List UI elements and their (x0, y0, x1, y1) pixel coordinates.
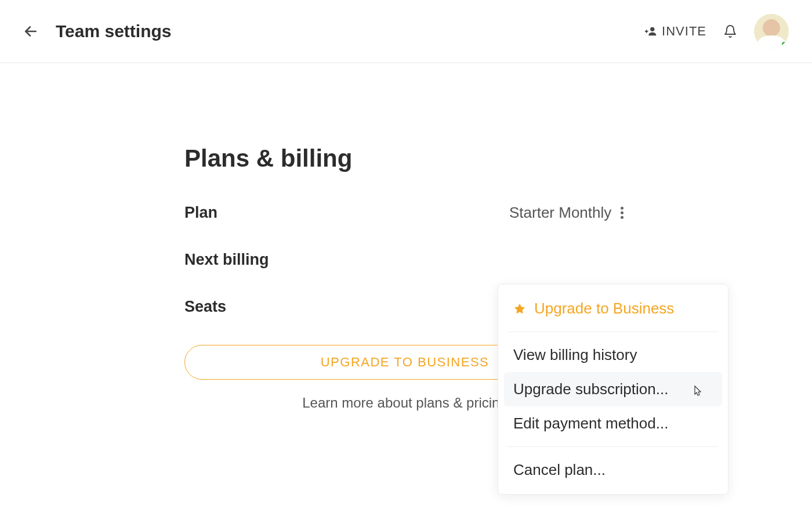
dropdown-edit-payment[interactable]: Edit payment method... (498, 406, 728, 441)
svg-marker-4 (514, 303, 525, 313)
page-title: Team settings (56, 21, 172, 41)
seats-label: Seats (184, 298, 509, 316)
next-billing-label: Next billing (184, 251, 509, 269)
dropdown-billing-history[interactable]: View billing history (498, 338, 728, 372)
section-title: Plans & billing (184, 145, 812, 172)
dropdown-featured-label: Upgrade to Business (534, 300, 674, 318)
invite-button[interactable]: INVITE (644, 24, 706, 39)
plan-value: Starter Monthly (509, 204, 611, 222)
dropdown-divider (507, 446, 719, 447)
back-button[interactable] (23, 24, 38, 39)
plan-dropdown-menu: Upgrade to Business View billing history… (498, 284, 728, 495)
next-billing-row: Next billing (184, 251, 812, 269)
dropdown-divider (507, 332, 719, 332)
bell-icon (723, 24, 737, 38)
dropdown-upgrade-business[interactable]: Upgrade to Business (498, 291, 728, 326)
plan-more-button[interactable] (618, 204, 626, 221)
header-right: INVITE (644, 14, 789, 49)
header-left: Team settings (23, 21, 172, 41)
avatar-face (763, 19, 780, 37)
invite-label: INVITE (662, 24, 706, 39)
person-add-icon (644, 25, 657, 38)
content-area: Plans & billing Plan Starter Monthly Nex… (0, 63, 812, 411)
plan-row: Plan Starter Monthly (184, 204, 812, 222)
plan-value-container: Starter Monthly (509, 204, 626, 222)
avatar[interactable] (754, 14, 789, 49)
dropdown-cancel-plan[interactable]: Cancel plan... (498, 453, 728, 487)
arrow-left-icon (23, 24, 38, 39)
online-status-indicator (781, 41, 788, 48)
dropdown-upgrade-subscription[interactable]: Upgrade subscription... (504, 372, 722, 406)
star-icon (513, 302, 526, 315)
svg-point-1 (650, 27, 654, 31)
notifications-button[interactable] (723, 24, 738, 39)
app-header: Team settings INVITE (0, 0, 812, 63)
plan-label: Plan (184, 204, 509, 222)
